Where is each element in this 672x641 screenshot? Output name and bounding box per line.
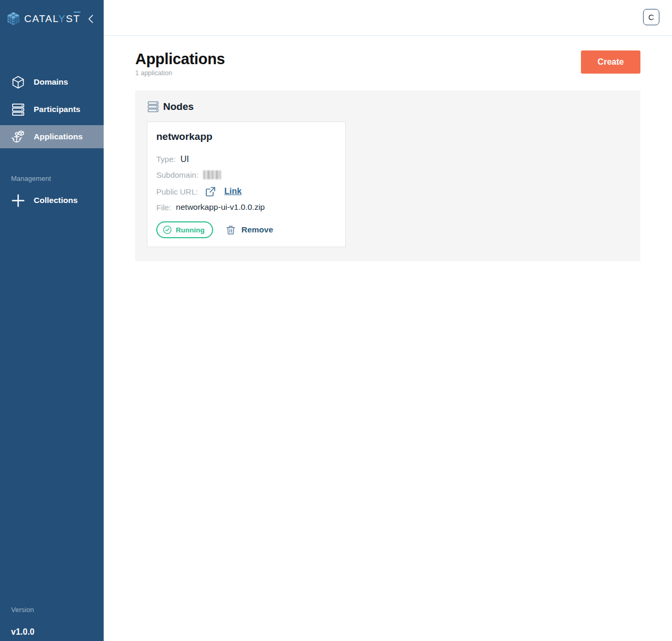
sidebar-item-label: Applications (34, 132, 83, 141)
page-title: Applications (135, 50, 225, 68)
subdomain-field: Subdomain: (156, 169, 336, 180)
sidebar-management-nav: Collections (0, 189, 104, 212)
application-count: 1 application (135, 69, 225, 77)
sidebar-item-label: Domains (34, 77, 68, 87)
nodes-panel: Nodes networkapp Type: UI Subdomain: Pub… (135, 90, 640, 261)
sidebar-item-label: Participants (34, 105, 81, 114)
public-url-link[interactable]: Link (224, 187, 242, 196)
trash-icon (225, 225, 236, 236)
create-button[interactable]: Create (581, 50, 640, 74)
cube-icon (11, 75, 25, 89)
topbar: C (104, 0, 672, 36)
public-url-label: Public URL: (156, 187, 198, 196)
node-name: networkapp (156, 131, 336, 143)
external-link-icon[interactable] (204, 185, 217, 198)
nodes-panel-title: Nodes (163, 101, 194, 113)
nodes-servers-icon (147, 100, 159, 113)
status-label: Running (176, 226, 205, 234)
sidebar: CATALYST Domains Participants (0, 0, 104, 641)
sidebar-item-participants[interactable]: Participants (0, 98, 104, 121)
status-badge: Running (156, 221, 213, 238)
servers-icon (11, 103, 25, 117)
remove-button[interactable]: Remove (225, 225, 273, 236)
sidebar-nav: Domains Participants (0, 70, 104, 148)
sidebar-item-label: Collections (34, 196, 78, 205)
sidebar-footer: Version v1.0.0 (11, 606, 34, 637)
version-label: Version (11, 606, 34, 614)
sidebar-item-domains[interactable]: Domains (0, 70, 104, 94)
public-url-field: Public URL: Link (156, 185, 336, 198)
page-title-block: Applications 1 application (135, 50, 225, 77)
sidebar-section-management: Management (11, 175, 104, 182)
subdomain-label: Subdomain: (156, 170, 198, 179)
type-field: Type: UI (156, 154, 336, 164)
subdomain-redacted-value (203, 170, 221, 179)
file-label: File: (156, 203, 171, 212)
node-card-actions: Running Remove (156, 221, 336, 238)
sidebar-item-applications[interactable]: Applications (0, 125, 104, 148)
type-value: UI (180, 154, 189, 164)
main-area: C Applications 1 application Create (104, 0, 672, 641)
file-field: File: networkapp-ui-v1.0.0.zip (156, 202, 336, 212)
check-circle-icon (162, 225, 173, 235)
nodes-panel-header: Nodes (147, 100, 629, 113)
type-label: Type: (156, 155, 176, 164)
anchor-icon (11, 130, 25, 144)
node-card: networkapp Type: UI Subdomain: Public UR… (147, 121, 346, 247)
brand-logo: CATALYST (0, 0, 104, 26)
brand-name: CATALYST (24, 13, 81, 25)
plus-icon (11, 194, 25, 208)
sidebar-collapse-chevron-icon[interactable] (86, 14, 96, 24)
page-content: Applications 1 application Create Nodes (104, 50, 672, 261)
version-value: v1.0.0 (11, 627, 34, 637)
page-header: Applications 1 application Create (135, 50, 640, 77)
sidebar-item-collections[interactable]: Collections (0, 189, 104, 212)
file-value: networkapp-ui-v1.0.0.zip (176, 202, 265, 212)
user-avatar-button[interactable]: C (643, 9, 659, 25)
remove-label: Remove (242, 225, 273, 235)
catalyst-cube-logo-icon (6, 12, 21, 26)
